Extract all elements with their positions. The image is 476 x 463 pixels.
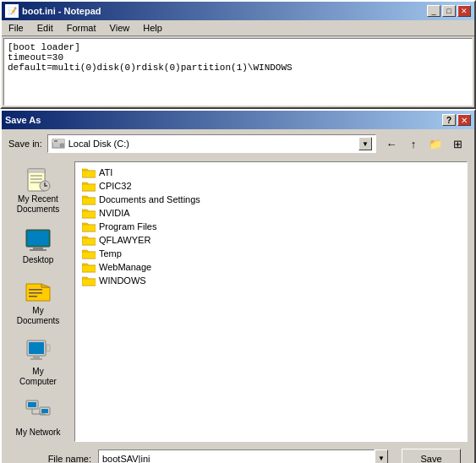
list-item[interactable]: WINDOWS	[79, 274, 463, 287]
notepad-title-text: boot.ini - Notepad	[22, 6, 101, 16]
dialog-title-label: Save As	[5, 115, 41, 125]
svg-rect-14	[29, 289, 42, 291]
notepad-window: 📝 boot.ini - Notepad _ □ ✕ File Edit For…	[0, 0, 476, 109]
menu-format[interactable]: Format	[63, 22, 100, 34]
notepad-title-bar: 📝 boot.ini - Notepad _ □ ✕	[2, 2, 474, 20]
folder-icon	[82, 275, 96, 286]
content-line-3: default=multi(0)disk(0)rdisk(0)partition…	[8, 63, 468, 73]
file-name: QFLAWYER	[99, 235, 150, 245]
content-line-1: [boot loader]	[8, 42, 468, 52]
list-item[interactable]: Temp	[79, 247, 463, 260]
save-in-label: Save in:	[8, 139, 42, 149]
sidebar-item-network[interactable]: My Network	[8, 395, 68, 442]
list-item[interactable]: Documents and Settings	[79, 193, 463, 206]
back-button[interactable]: ←	[381, 134, 402, 153]
my-network-icon	[25, 399, 52, 426]
sidebar-item-recent[interactable]: My RecentDocuments	[8, 161, 68, 219]
notepad-title-left: 📝 boot.ini - Notepad	[5, 4, 101, 18]
filename-row: File name: ▼ Save	[8, 449, 468, 463]
file-name: Temp	[99, 248, 122, 259]
list-item[interactable]: QFLAWYER	[79, 233, 463, 247]
dialog-toolbar: Save in: Local Disk (C:) ▼ ← ↑ 📁	[2, 129, 474, 158]
file-list[interactable]: ATI CPIC32 Documents and Settings	[74, 161, 468, 442]
menu-help[interactable]: Help	[140, 22, 166, 34]
notepad-close-button[interactable]: ✕	[457, 5, 471, 17]
location-dropdown-arrow[interactable]: ▼	[358, 137, 372, 150]
svg-rect-12	[33, 248, 43, 249]
svg-point-3	[60, 144, 63, 147]
dialog-title-text: Save As	[5, 115, 41, 125]
filename-input[interactable]	[98, 449, 375, 463]
svg-rect-23	[28, 402, 36, 407]
dialog-title-buttons: ? ✕	[442, 114, 471, 126]
sidebar-item-desktop[interactable]: Desktop	[8, 222, 68, 270]
views-button[interactable]: ⊞	[447, 134, 468, 153]
my-computer-icon	[25, 338, 52, 365]
file-name: WebManage	[99, 262, 151, 272]
documents-label: MyDocuments	[17, 306, 60, 326]
folder-icon	[82, 207, 96, 219]
svg-rect-11	[28, 232, 48, 245]
svg-rect-21	[47, 345, 50, 351]
new-folder-button[interactable]: 📁	[425, 134, 446, 153]
svg-rect-25	[41, 409, 48, 413]
file-name: CPIC32	[99, 181, 132, 191]
desktop-icon	[25, 226, 52, 253]
filename-input-container: ▼	[98, 449, 388, 463]
svg-rect-13	[30, 249, 47, 251]
notepad-minimize-button[interactable]: _	[427, 5, 440, 17]
sidebar-item-computer[interactable]: MyComputer	[8, 334, 68, 391]
file-name: Documents and Settings	[99, 194, 200, 204]
notepad-menu-bar: File Edit Format View Help	[2, 20, 474, 36]
my-documents-icon	[25, 277, 52, 304]
recent-label: My RecentDocuments	[17, 194, 60, 215]
local-disk-icon	[52, 137, 65, 150]
notepad-maximize-button[interactable]: □	[442, 5, 456, 17]
folder-icon	[82, 221, 96, 232]
folder-icon	[82, 166, 96, 178]
notepad-window-controls: _ □ ✕	[427, 5, 471, 17]
computer-label: MyComputer	[19, 367, 57, 387]
recent-icon	[25, 166, 52, 193]
content-line-2: timeout=30	[8, 52, 468, 63]
list-item[interactable]: ATI	[79, 166, 463, 179]
file-name: WINDOWS	[99, 275, 146, 286]
list-item[interactable]: CPIC32	[79, 179, 463, 193]
svg-rect-16	[29, 296, 37, 297]
folder-icon	[82, 180, 96, 192]
location-dropdown[interactable]: Local Disk (C:) ▼	[47, 134, 376, 153]
list-item[interactable]: NVIDIA	[79, 206, 463, 220]
filename-dropdown-arrow[interactable]: ▼	[375, 449, 388, 463]
list-item[interactable]: WebManage	[79, 260, 463, 274]
location-text: Local Disk (C:)	[68, 139, 129, 149]
dialog-help-button[interactable]: ?	[442, 114, 456, 126]
dialog-title-bar: Save As ? ✕	[2, 111, 474, 129]
svg-rect-5	[28, 169, 45, 172]
folder-icon	[82, 261, 96, 273]
dialog-body: My RecentDocuments Desktop	[2, 158, 474, 449]
folder-icon	[82, 234, 96, 246]
svg-rect-19	[33, 357, 40, 358]
folder-icon	[82, 248, 96, 259]
places-sidebar: My RecentDocuments Desktop	[8, 161, 68, 442]
file-name: Program Files	[99, 221, 156, 232]
svg-rect-18	[29, 342, 44, 354]
sidebar-item-documents[interactable]: MyDocuments	[8, 273, 68, 330]
location-value-container: Local Disk (C:)	[52, 137, 129, 150]
svg-rect-20	[30, 358, 42, 360]
save-button[interactable]: Save	[402, 449, 461, 463]
toolbar-nav-buttons: ← ↑ 📁 ⊞	[381, 134, 468, 153]
desktop-label: Desktop	[23, 255, 54, 265]
save-as-dialog: Save As ? ✕ Save in: Local Disk (C:) ▼	[0, 109, 476, 463]
file-name: NVIDIA	[99, 208, 130, 218]
menu-view[interactable]: View	[107, 22, 134, 34]
file-name: ATI	[99, 167, 112, 177]
list-item[interactable]: Program Files	[79, 220, 463, 233]
up-button[interactable]: ↑	[403, 134, 424, 153]
notepad-text-area[interactable]: [boot loader] timeout=30 default=multi(0…	[3, 38, 473, 106]
dialog-form-area: File name: ▼ Save Save as type: Text Doc…	[2, 449, 474, 463]
menu-edit[interactable]: Edit	[34, 22, 57, 34]
dialog-close-button[interactable]: ✕	[457, 114, 471, 126]
menu-file[interactable]: File	[5, 22, 27, 34]
network-label: My Network	[16, 428, 61, 438]
